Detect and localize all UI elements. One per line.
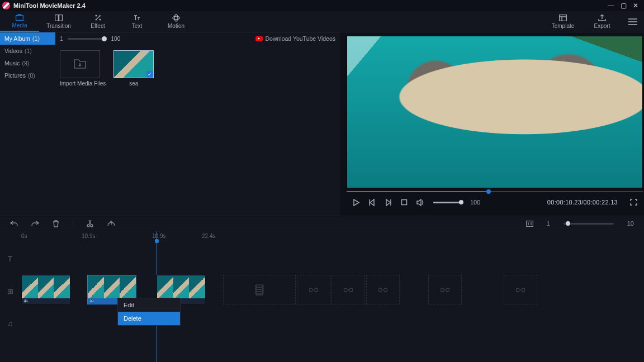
template-button[interactable]: Template: [543, 11, 583, 32]
volume-slider[interactable]: [433, 202, 461, 203]
tab-transition[interactable]: Transition: [39, 11, 78, 32]
library-zoom-max: 100: [111, 36, 121, 42]
stop-button[interactable]: [401, 199, 408, 206]
transition-icon: [55, 14, 63, 22]
clip-1[interactable]: [21, 275, 70, 304]
clip-placeholder[interactable]: [223, 275, 296, 304]
sidebar-item-videos[interactable]: Videos(1): [0, 45, 55, 57]
redo-button[interactable]: [31, 220, 39, 227]
tab-media[interactable]: Media: [0, 11, 39, 32]
prev-frame-button[interactable]: [368, 199, 376, 206]
svg-point-4: [100, 19, 101, 20]
timeline-zoom-max: 10: [627, 220, 634, 227]
svg-point-9: [87, 225, 89, 227]
library-zoom-slider[interactable]: [68, 38, 107, 40]
timeline-zoom-min: 1: [547, 220, 550, 227]
media-item-sea[interactable]: ✓ sea: [113, 50, 154, 87]
context-edit[interactable]: Edit: [118, 298, 180, 312]
check-icon: ✓: [146, 71, 153, 78]
text-icon: [133, 14, 141, 22]
undo-button[interactable]: [10, 220, 18, 227]
fit-button[interactable]: [526, 221, 533, 227]
minimize-button[interactable]: —: [605, 2, 617, 9]
sidebar-item-myalbum[interactable]: My Album(1): [0, 32, 55, 45]
preview-panel: 100 00:00:10.23/00:00:22.13: [342, 32, 644, 216]
transition-placeholder[interactable]: [504, 275, 537, 304]
import-media-button[interactable]: Import Media Files: [60, 50, 106, 87]
tab-text[interactable]: Text: [117, 11, 157, 32]
split-button[interactable]: [87, 220, 93, 227]
app-logo-icon: [2, 2, 10, 9]
timeline-zoom-slider[interactable]: [564, 223, 614, 225]
link-icon: [378, 286, 387, 294]
track-label-audio: ♫: [0, 307, 20, 340]
title-bar: MiniTool MovieMaker 2.4 — ▢ ✕: [0, 0, 644, 11]
transition-placeholder[interactable]: [297, 275, 330, 304]
tab-motion[interactable]: Motion: [157, 11, 196, 32]
hamburger-icon: [628, 21, 637, 22]
folder-download-icon: [74, 59, 86, 69]
speed-button[interactable]: [107, 220, 116, 227]
timeline-ruler[interactable]: 0s 10.9s 10.9s 22.4s: [20, 231, 644, 242]
close-button[interactable]: ✕: [629, 2, 642, 9]
link-icon: [441, 286, 449, 294]
volume-value: 100: [470, 199, 480, 206]
transition-placeholder[interactable]: [428, 275, 462, 304]
tab-effect[interactable]: Effect: [78, 11, 117, 32]
svg-point-10: [91, 225, 93, 227]
svg-rect-7: [560, 15, 567, 21]
track-label-text: T: [0, 242, 20, 275]
svg-rect-12: [256, 285, 263, 295]
download-youtube-link[interactable]: Download YouTube Videos: [255, 35, 335, 42]
link-icon: [344, 286, 353, 294]
timeline: 0s 10.9s 10.9s 22.4s T ⊞ ♫ Edit Delete: [0, 231, 644, 362]
svg-point-6: [174, 15, 178, 21]
link-icon: [309, 286, 318, 294]
transition-placeholder[interactable]: [366, 275, 400, 304]
category-sidebar: My Album(1) Videos(1) Music(9) Pictures(…: [0, 32, 55, 216]
media-library: 1 100 Download YouTube Videos Import Med…: [55, 32, 340, 216]
text-track[interactable]: [20, 242, 644, 274]
svg-rect-8: [402, 200, 407, 205]
library-zoom-min: 1: [60, 36, 63, 42]
next-frame-button[interactable]: [385, 199, 392, 206]
motion-icon: [172, 14, 180, 22]
context-menu: Edit Delete: [117, 298, 181, 326]
svg-rect-0: [16, 16, 23, 21]
preview-viewport[interactable]: [347, 36, 643, 188]
transition-placeholder[interactable]: [332, 275, 365, 304]
time-display: 00:00:10.23/00:00:22.13: [547, 199, 618, 206]
media-icon: [16, 13, 23, 21]
main-toolbar: Media Transition Effect Text Motion Temp…: [0, 11, 644, 32]
export-icon: [598, 14, 606, 22]
effect-icon: [94, 14, 102, 22]
maximize-button[interactable]: ▢: [617, 2, 629, 9]
svg-point-5: [173, 16, 179, 20]
play-button[interactable]: [352, 199, 359, 206]
svg-rect-11: [526, 221, 533, 226]
preview-scrubber[interactable]: [347, 189, 643, 194]
video-track[interactable]: [20, 275, 644, 306]
track-label-video: ⊞: [0, 275, 20, 307]
template-icon: [559, 14, 567, 22]
svg-point-3: [96, 15, 97, 16]
sidebar-item-music[interactable]: Music(9): [0, 57, 55, 69]
fullscreen-button[interactable]: [630, 199, 637, 206]
app-title: MiniTool MovieMaker 2.4: [13, 2, 86, 9]
sidebar-item-pictures[interactable]: Pictures(0): [0, 69, 55, 82]
timeline-toolbar: 1 10: [0, 216, 644, 231]
menu-button[interactable]: [622, 11, 644, 32]
media-thumbnail: ✓: [113, 50, 154, 78]
filmstrip-icon: [254, 284, 264, 296]
audio-track[interactable]: [20, 307, 644, 339]
delete-button[interactable]: [53, 220, 59, 227]
context-delete[interactable]: Delete: [118, 312, 180, 325]
export-button[interactable]: Export: [583, 11, 622, 32]
volume-icon[interactable]: [416, 199, 424, 206]
youtube-icon: [255, 36, 263, 41]
link-icon: [516, 286, 525, 294]
